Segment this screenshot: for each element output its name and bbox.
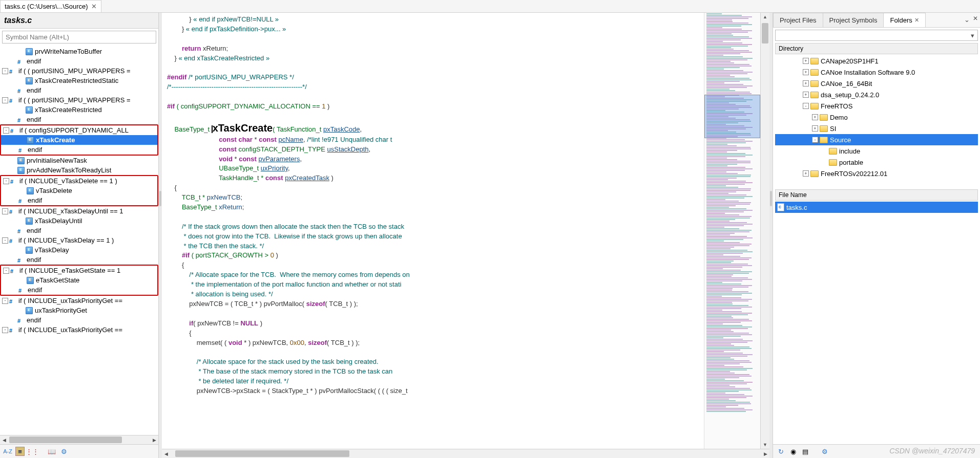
sort-az-icon[interactable]: A-Z	[3, 447, 12, 456]
close-icon[interactable]: ✕	[914, 17, 919, 24]
outline-item[interactable]: endif	[0, 255, 158, 265]
outline-item[interactable]: endif	[0, 115, 158, 124]
splitter-left[interactable]	[159, 13, 162, 458]
close-icon[interactable]: ✕	[91, 3, 97, 10]
tab-overflow-icon[interactable]: ⌄	[964, 16, 970, 24]
scroll-right-icon[interactable]: ▶	[761, 449, 769, 458]
tree-item[interactable]: +CANape20SP1HF1	[775, 55, 978, 67]
scroll-right-icon[interactable]: ▶	[150, 435, 158, 444]
expander-icon[interactable]: -	[2, 68, 8, 74]
hscroll-thumb[interactable]	[9, 437, 122, 443]
globe-icon[interactable]: ◉	[788, 447, 798, 456]
symbol-search-input[interactable]	[2, 31, 156, 43]
outline-item[interactable]: xTaskDelayUntil	[0, 216, 158, 226]
tree-item[interactable]: +CANoe_16_64Bit	[775, 78, 978, 89]
gear-icon[interactable]: ⚙	[59, 447, 69, 456]
folder-combo[interactable]: ▾	[775, 30, 978, 41]
outline-item[interactable]: endif	[0, 56, 158, 66]
outline-item[interactable]: endif	[1, 195, 157, 205]
tree-item[interactable]: +dsa_setup_0.24.2.0	[775, 89, 978, 100]
minimap-viewport[interactable]	[704, 95, 760, 138]
scroll-up-icon[interactable]: ▲	[761, 13, 769, 21]
tab-project-files[interactable]: Project Files	[773, 13, 823, 27]
tree-item[interactable]: +CANoe Installation Software 9.0	[775, 67, 978, 78]
expander-icon[interactable]: +	[812, 114, 818, 120]
list-icon[interactable]: ≡	[15, 447, 25, 456]
editor-hscroll[interactable]: ◀ ▶	[162, 449, 769, 458]
refresh-icon[interactable]: ↻	[776, 447, 785, 456]
tree-item[interactable]: +SI	[775, 123, 978, 134]
expander-icon[interactable]: -	[2, 208, 8, 214]
outline-item[interactable]: endif	[0, 226, 158, 235]
outline-item[interactable]: eTaskGetState	[1, 275, 157, 285]
outline-item[interactable]: -if ( ( portUSING_MPU_WRAPPERS =	[0, 66, 158, 76]
expander-icon[interactable]: -	[2, 237, 8, 244]
tree-item[interactable]: portable	[775, 157, 978, 168]
outline-item[interactable]: -if ( configSUPPORT_DYNAMIC_ALL	[1, 125, 157, 135]
tab-close-all-icon[interactable]: ✕	[973, 15, 978, 22]
outline-item[interactable]: xTaskCreate	[1, 135, 157, 145]
outline-item[interactable]: vTaskDelay	[0, 245, 158, 255]
expander-icon[interactable]: +	[812, 125, 818, 132]
outline-item[interactable]: endif	[1, 285, 157, 295]
expander-icon[interactable]: -	[3, 178, 9, 184]
outline-item[interactable]: xTaskCreateRestricted	[0, 105, 158, 115]
tab-project-symbols[interactable]: Project Symbols	[823, 13, 884, 27]
expander-icon[interactable]: -	[2, 327, 8, 333]
outline-item[interactable]: -if ( INCLUDE_vTaskDelete == 1 )	[1, 176, 157, 186]
outline-item[interactable]: prvWriteNameToBuffer	[0, 47, 158, 56]
vscroll-thumb[interactable]	[762, 23, 768, 43]
outline-hscroll[interactable]: ◀ ▶	[0, 435, 158, 444]
outline-item[interactable]: endif	[1, 145, 157, 155]
properties-icon[interactable]: ▤	[801, 447, 810, 456]
splitter-right[interactable]	[769, 13, 773, 458]
scroll-down-icon[interactable]: ▼	[761, 441, 769, 449]
outline-item[interactable]: prvAddNewTaskToReadyList	[0, 165, 158, 175]
scroll-left-icon[interactable]: ◀	[162, 449, 170, 458]
file-list[interactable]: tasks.c	[775, 202, 978, 443]
code-area[interactable]: } « end if pxNewTCB!=NULL » } « end if p…	[162, 13, 704, 449]
categories-icon[interactable]: ⋮⋮	[28, 447, 37, 456]
directory-tree[interactable]: +CANape20SP1HF1+CANoe Installation Softw…	[775, 55, 978, 188]
expander-icon[interactable]: -	[3, 268, 9, 274]
file-row[interactable]: tasks.c	[775, 202, 978, 213]
folder-icon	[810, 103, 819, 110]
outline-item[interactable]: prvInitialiseNewTask	[0, 156, 158, 165]
expander-icon[interactable]: +	[803, 92, 809, 98]
editor-vscroll[interactable]: ▲ ▼	[760, 13, 769, 449]
outline-item[interactable]: -if ( INCLUDE_uxTaskPriorityGet ==	[0, 296, 158, 306]
expander-icon[interactable]: +	[803, 80, 809, 86]
expander-icon[interactable]: -	[3, 127, 9, 134]
gear-icon[interactable]: ⚙	[820, 447, 829, 456]
outline-item[interactable]: endif	[0, 315, 158, 325]
scroll-left-icon[interactable]: ◀	[0, 435, 8, 444]
outline-item[interactable]: -if ( INCLUDE_xTaskDelayUntil == 1	[0, 206, 158, 216]
minimap[interactable]	[704, 13, 760, 449]
tree-item[interactable]: include	[775, 145, 978, 157]
outline-item[interactable]: -if ( ( portUSING_MPU_WRAPPERS =	[0, 95, 158, 105]
outline-item[interactable]: -if ( INCLUDE_eTaskGetState == 1	[1, 266, 157, 275]
outline-item[interactable]: uxTaskPriorityGet	[0, 306, 158, 315]
outline-item[interactable]: endif	[0, 85, 158, 95]
book-icon[interactable]: 📖	[47, 447, 56, 456]
outline-item[interactable]: -if ( INCLUDE_vTaskDelay == 1 )	[0, 235, 158, 245]
expander-icon[interactable]: +	[803, 58, 809, 64]
expander-icon[interactable]: -	[803, 103, 809, 109]
expander-icon[interactable]: -	[2, 97, 8, 103]
outline-tree[interactable]: prvWriteNameToBufferendif-if ( ( portUSI…	[0, 46, 158, 435]
expander-icon[interactable]: +	[803, 170, 809, 177]
outline-item[interactable]: xTaskCreateRestrictedStatic	[0, 76, 158, 85]
hscroll-thumb[interactable]	[175, 450, 349, 457]
tree-item[interactable]: +Demo	[775, 112, 978, 123]
expander-icon[interactable]: +	[803, 69, 809, 75]
expander-icon[interactable]: -	[812, 137, 818, 143]
tree-item[interactable]: -Source	[775, 134, 978, 145]
tab-folders[interactable]: Folders✕	[883, 13, 925, 27]
file-tab[interactable]: tasks.c (C:\Users\...\Source) ✕	[0, 0, 101, 12]
outline-item[interactable]: vTaskDelete	[1, 186, 157, 195]
tree-item-label: Demo	[830, 114, 848, 121]
outline-item[interactable]: -if ( INCLUDE_uxTaskPriorityGet ==	[0, 325, 158, 335]
expander-icon[interactable]: -	[2, 298, 8, 304]
tree-item[interactable]: +FreeRTOSv202212.01	[775, 168, 978, 179]
tree-item[interactable]: -FreeRTOS	[775, 100, 978, 112]
